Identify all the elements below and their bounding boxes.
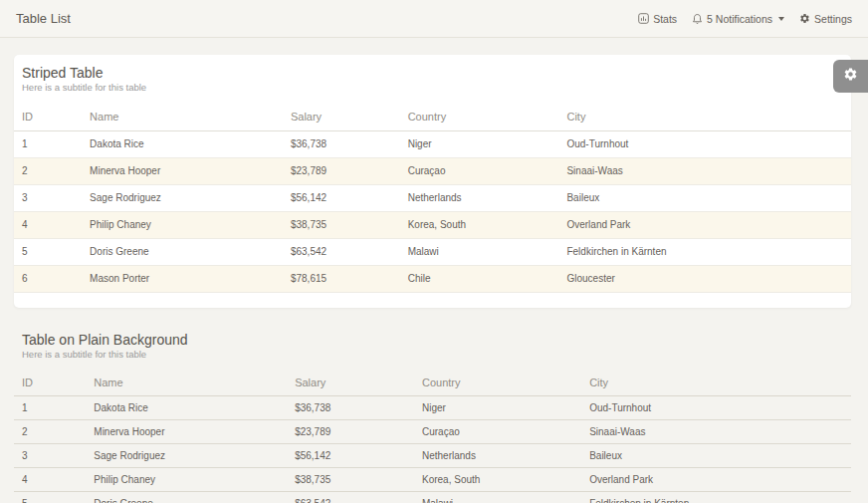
table-cell: 1 xyxy=(14,130,82,157)
table-header-row: IDNameSalaryCountryCity xyxy=(14,104,851,130)
table-cell: $36,738 xyxy=(283,130,400,157)
chart-icon xyxy=(638,13,649,24)
table-cell: $23,789 xyxy=(287,420,414,444)
navbar: Table List Stats 5 Notifications xyxy=(0,0,868,38)
table-cell: Niger xyxy=(400,130,559,157)
column-header: City xyxy=(558,104,851,130)
table-cell: Philip Chaney xyxy=(82,211,283,238)
card-header: Striped Table Here is a subtitle for thi… xyxy=(14,55,851,104)
table-cell: 3 xyxy=(14,444,86,468)
table-cell: $56,142 xyxy=(283,184,400,211)
table-cell: Minerva Hooper xyxy=(86,420,287,444)
table-row: 1Dakota Rice$36,738NigerOud-Turnhout xyxy=(14,130,851,157)
table-cell: Feldkirchen in Kärnten xyxy=(558,238,851,265)
table-cell: Oud-Turnhout xyxy=(558,130,851,157)
column-header: ID xyxy=(14,104,82,130)
table-cell: Netherlands xyxy=(414,444,581,468)
table-cell: Minerva Hooper xyxy=(82,157,283,184)
nav-item-label: Stats xyxy=(653,13,677,25)
table-cell: Malawi xyxy=(400,238,559,265)
table-cell: $63,542 xyxy=(287,492,414,503)
table-cell: 5 xyxy=(14,492,86,503)
table-row: 5Doris Greene$63,542MalawiFeldkirchen in… xyxy=(14,492,851,503)
navbar-menu: Stats 5 Notifications Settings xyxy=(638,13,852,25)
card-title: Table on Plain Background xyxy=(22,332,836,348)
table-cell: Doris Greene xyxy=(86,492,287,503)
card-title: Striped Table xyxy=(22,65,836,81)
striped-table: IDNameSalaryCountryCity1Dakota Rice$36,7… xyxy=(14,104,851,293)
main-content: Striped Table Here is a subtitle for thi… xyxy=(14,55,851,503)
table-row: 3Sage Rodriguez$56,142NetherlandsBaileux xyxy=(14,444,851,468)
column-header: Name xyxy=(82,104,283,130)
table-cell: Dakota Rice xyxy=(86,396,287,420)
nav-item-notifications[interactable]: 5 Notifications xyxy=(692,13,784,25)
bell-icon xyxy=(692,13,703,25)
caret-down-icon xyxy=(778,17,784,21)
table-cell: $23,789 xyxy=(283,157,400,184)
table-cell: Niger xyxy=(414,396,581,420)
table-cell: Philip Chaney xyxy=(86,468,287,492)
table-cell: Curaçao xyxy=(414,420,581,444)
table-cell: Chile xyxy=(400,265,559,292)
gear-icon xyxy=(843,67,858,86)
column-header: City xyxy=(581,371,851,396)
table-cell: Netherlands xyxy=(400,184,559,211)
table-cell: 4 xyxy=(14,468,86,492)
column-header: Country xyxy=(414,371,581,396)
table-cell: 1 xyxy=(14,396,86,420)
table-cell: $63,542 xyxy=(283,238,400,265)
table-row: 2Minerva Hooper$23,789CuraçaoSinaai-Waas xyxy=(14,420,851,444)
plain-table-section: Table on Plain Background Here is a subt… xyxy=(14,322,851,503)
table-cell: Baileux xyxy=(558,184,851,211)
page-title: Table List xyxy=(16,11,71,26)
table-cell: Doris Greene xyxy=(82,238,283,265)
table-cell: Sinaai-Waas xyxy=(558,157,851,184)
nav-item-settings[interactable]: Settings xyxy=(799,13,852,25)
table-cell: Korea, South xyxy=(414,468,581,492)
table-cell: Korea, South xyxy=(400,211,559,238)
table-cell: Feldkirchen in Kärnten xyxy=(581,492,851,503)
column-header: Salary xyxy=(287,371,414,396)
table-row: 5Doris Greene$63,542MalawiFeldkirchen in… xyxy=(14,238,851,265)
table-cell: 2 xyxy=(14,420,86,444)
table-cell: Gloucester xyxy=(558,265,851,292)
table-cell: Oud-Turnhout xyxy=(581,396,851,420)
table-cell: Sage Rodriguez xyxy=(82,184,283,211)
table-row: 6Mason Porter$78,615ChileGloucester xyxy=(14,265,851,292)
table-cell: $38,735 xyxy=(283,211,400,238)
fixed-plugin-button[interactable] xyxy=(833,60,868,93)
gear-icon xyxy=(799,13,810,24)
nav-item-stats[interactable]: Stats xyxy=(638,13,677,25)
column-header: Name xyxy=(86,371,287,396)
table-cell: 3 xyxy=(14,184,82,211)
table-cell: Overland Park xyxy=(581,468,851,492)
nav-item-label: Settings xyxy=(814,13,852,25)
column-header: ID xyxy=(14,371,86,396)
table-row: 3Sage Rodriguez$56,142NetherlandsBaileux xyxy=(14,184,851,211)
table-cell: $36,738 xyxy=(287,396,414,420)
card-subtitle: Here is a subtitle for this table xyxy=(22,349,836,360)
table-cell: Mason Porter xyxy=(82,265,283,292)
table-cell: Dakota Rice xyxy=(82,130,283,157)
column-header: Salary xyxy=(283,104,400,130)
table-cell: 5 xyxy=(14,238,82,265)
striped-table-card: Striped Table Here is a subtitle for thi… xyxy=(14,55,851,308)
nav-item-label: 5 Notifications xyxy=(707,13,772,25)
table-cell: Sage Rodriguez xyxy=(86,444,287,468)
table-cell: 6 xyxy=(14,265,82,292)
table-cell: Baileux xyxy=(581,444,851,468)
table-cell: $38,735 xyxy=(287,468,414,492)
table-header-row: IDNameSalaryCountryCity xyxy=(14,371,851,396)
card-header: Table on Plain Background Here is a subt… xyxy=(14,322,851,371)
table-cell: 4 xyxy=(14,211,82,238)
table-cell: Overland Park xyxy=(558,211,851,238)
table-row: 4Philip Chaney$38,735Korea, SouthOverlan… xyxy=(14,211,851,238)
table-cell: $78,615 xyxy=(283,265,400,292)
table-cell: Sinaai-Waas xyxy=(581,420,851,444)
card-subtitle: Here is a subtitle for this table xyxy=(22,82,836,93)
table-cell: 2 xyxy=(14,157,82,184)
table-cell: $56,142 xyxy=(287,444,414,468)
table-row: 1Dakota Rice$36,738NigerOud-Turnhout xyxy=(14,396,851,420)
column-header: Country xyxy=(400,104,559,130)
table-row: 4Philip Chaney$38,735Korea, SouthOverlan… xyxy=(14,468,851,492)
